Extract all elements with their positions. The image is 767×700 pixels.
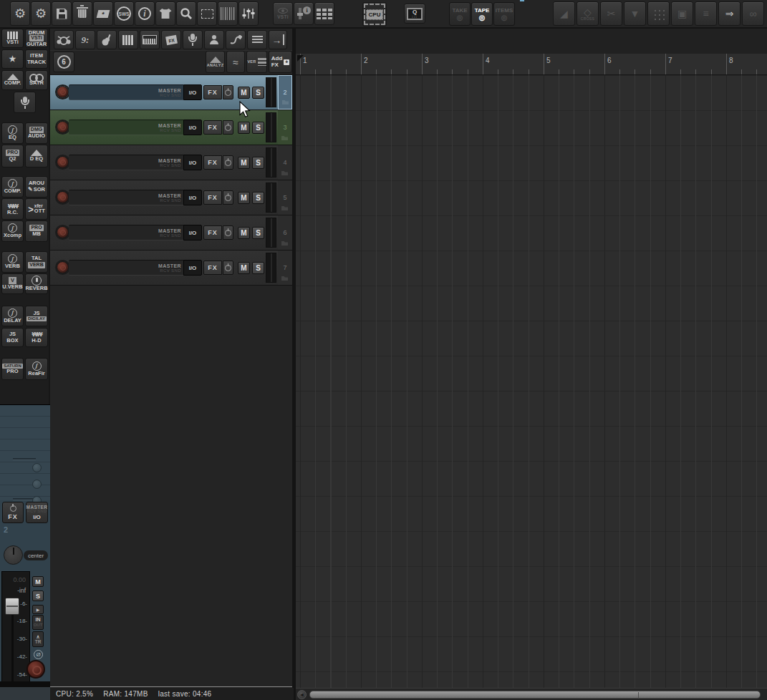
io-button[interactable]: I/O [183, 260, 202, 276]
fx-button[interactable]: FX [203, 190, 222, 205]
track-number[interactable]: 7 [278, 251, 292, 285]
search-button[interactable] [176, 1, 196, 26]
master-fx-button[interactable]: FX [2, 502, 24, 523]
mixer-button[interactable] [238, 1, 259, 26]
track-name-field[interactable]: MASTERRCV SND [69, 120, 183, 135]
spectral-view-button[interactable] [218, 1, 238, 26]
center-item-button[interactable]: ▣ [671, 1, 693, 26]
about-info-button[interactable]: i [135, 1, 155, 26]
pan-knob[interactable] [4, 545, 23, 565]
sidebar-plugin-reafir[interactable]: ʃ ReaFir [25, 358, 48, 380]
master-solo-button[interactable]: S [32, 590, 44, 601]
fx-bypass-button[interactable] [223, 85, 233, 99]
sidebar-plugin-hd[interactable]: ₩₩ H-D [25, 328, 48, 347]
insert-guitar-button[interactable] [97, 30, 117, 49]
scrollbar-thumb[interactable] [309, 691, 761, 699]
mute-button[interactable]: M [238, 157, 250, 169]
analyze-button[interactable]: ANALYZ [206, 51, 225, 73]
sidebar-plugin-js-digilay[interactable]: JS DIGILAY [25, 306, 48, 326]
insert-drums-button[interactable] [54, 30, 74, 49]
master-mute-button[interactable]: M [32, 576, 44, 587]
sidebar-plugin-vsti[interactable]: VSTi [1, 29, 24, 48]
fader-info-button[interactable]: i [294, 2, 314, 25]
version-button[interactable]: VER [246, 51, 267, 73]
track-row-6[interactable]: MASTERRCV SND I/O FX M S 6 [50, 215, 292, 251]
track-name-field[interactable]: MASTERRCV SND [69, 84, 183, 100]
io-button[interactable]: I/O [183, 120, 202, 135]
fx-button[interactable]: FX [203, 261, 222, 275]
track-name-field[interactable]: MASTERRCV SND [69, 225, 183, 240]
fx-button[interactable]: FX [203, 85, 222, 99]
solo-button[interactable]: S [252, 122, 264, 134]
fader-handle[interactable] [5, 598, 19, 615]
solo-button[interactable]: S [252, 192, 264, 204]
sidebar-plugin-arousor[interactable]: AROU ✎SOR [25, 176, 48, 198]
record-arm-button[interactable] [57, 86, 69, 98]
insert-fx-button[interactable]: FX [161, 30, 181, 49]
track-row-2[interactable]: MASTERRCV SND I/O FX M S 2 [50, 75, 292, 110]
scroll-left-button[interactable]: ◄ [297, 690, 307, 699]
sidebar-plugin-drum-guitar[interactable]: DRUM VSTi GUITAR [25, 29, 48, 48]
insert-vocal-button[interactable] [183, 30, 203, 49]
io-button[interactable]: I/O [183, 155, 202, 170]
move-items-button[interactable]: ≡ [695, 1, 717, 26]
sidebar-plugin-tal-verb[interactable]: TAL VERB [25, 251, 48, 273]
reorder-items-button[interactable]: ⇒ [718, 1, 741, 26]
split-scissors-button[interactable]: ✂ [600, 1, 622, 26]
grid-cells-button[interactable] [314, 2, 334, 25]
sidebar-plugin-rc[interactable]: ₩₩ R.C. [1, 198, 24, 220]
fx-bypass-button[interactable] [223, 155, 233, 170]
sidebar-plugin-uverb[interactable]: V U.VERB [1, 273, 24, 294]
envelope-fade-button[interactable]: ◢ [553, 1, 575, 26]
performance-meter-button[interactable]: CPU [362, 2, 387, 26]
fx-bypass-button[interactable] [223, 225, 233, 240]
mute-button[interactable]: M [238, 262, 250, 274]
monitor-in-out-button[interactable]: IN OUT [32, 615, 44, 630]
track-row-4[interactable]: MASTERRCV SND I/O FX M S 4 [50, 145, 292, 180]
track-number[interactable]: 6 [278, 215, 292, 250]
insert-artist-button[interactable] [204, 30, 224, 49]
track-row-3[interactable]: MASTERRCV SND I/O FX M S 3 [50, 110, 292, 145]
track-name-field[interactable]: MASTERRCV SND [69, 190, 183, 205]
fx-button[interactable]: FX [203, 225, 222, 240]
sidebar-plugin-xcomp[interactable]: ʃ Xcomp [1, 220, 24, 242]
track-name-field[interactable]: MASTERRCV SND [69, 155, 183, 170]
fx-bypass-button[interactable] [223, 190, 233, 205]
insert-audio-button[interactable] [226, 30, 246, 49]
notes-button[interactable]: * [93, 1, 113, 26]
fx-button[interactable]: FX [203, 120, 222, 135]
record-arm-button[interactable] [57, 261, 69, 273]
sidebar-plugin-eq[interactable]: ʃ EQ [1, 122, 24, 144]
sidebar-plugin-dmg-audio[interactable]: DMG AUDIO [25, 122, 48, 144]
crossfade-editor-button[interactable]: ◇CROSS [577, 1, 599, 26]
record-arm-button[interactable] [57, 191, 69, 203]
solo-button[interactable]: S [252, 262, 264, 274]
sidebar-plugin-reverb[interactable]: REVERB [25, 273, 48, 294]
waveform-tool-button[interactable]: ≈ [226, 51, 245, 73]
solo-button[interactable]: S [252, 227, 264, 239]
sidebar-plugin-pro-mb[interactable]: PRO MB [25, 220, 48, 242]
mute-button[interactable]: M [238, 192, 250, 204]
insert-synth-button[interactable] [140, 30, 160, 49]
send-knob[interactable] [32, 480, 42, 489]
track-number[interactable]: 4 [278, 145, 292, 180]
mode-items-button[interactable]: ITEMS ◎ [493, 2, 515, 26]
monitor-play-button[interactable]: ▶ [32, 605, 44, 614]
arrange-grid[interactable] [296, 75, 767, 688]
solo-button[interactable]: S [252, 157, 264, 169]
insert-levels-button[interactable] [247, 30, 267, 49]
sidebar-plugin-xfer-ott[interactable]: > xfer OTT [25, 198, 48, 220]
send-slider-slot[interactable] [13, 458, 36, 460]
sidebar-plugin-deq[interactable]: D EQ [25, 145, 48, 167]
sidebar-item-track[interactable]: ITEM TRACK [25, 49, 48, 69]
mute-button[interactable]: M [238, 227, 250, 239]
sidebar-plugin-delay[interactable]: ʃ DELAY [1, 306, 24, 326]
sidebar-mic-button[interactable] [14, 92, 36, 113]
show-vsti-button[interactable]: VSTi [273, 2, 293, 25]
solo-button[interactable]: S [252, 87, 264, 99]
fx-bypass-button[interactable] [223, 261, 233, 275]
track-row-5[interactable]: MASTERRCV SND I/O FX M S 5 [50, 180, 292, 215]
master-io-button[interactable]: MASTER RCV SND I/O [26, 502, 48, 523]
sidebar-plugin-verb[interactable]: ʃ VERB [1, 251, 24, 273]
add-fx-button[interactable]: Add FX + [269, 51, 292, 73]
